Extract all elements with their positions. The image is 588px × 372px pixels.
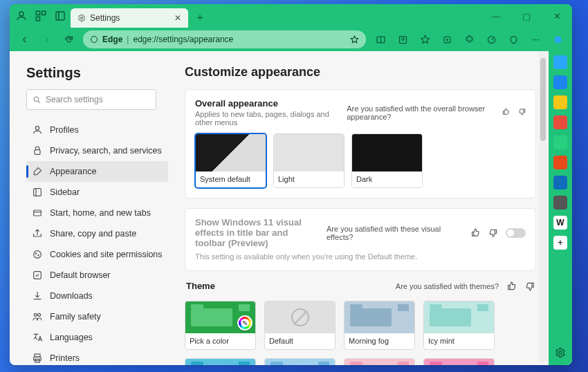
- minimize-button[interactable]: ―: [481, 4, 511, 28]
- thumbs-down-icon[interactable]: [518, 108, 526, 118]
- sidebar-search-icon[interactable]: [553, 75, 567, 89]
- sidebar-outlook-icon[interactable]: [553, 176, 567, 189]
- appearance-option-light[interactable]: Light: [273, 133, 344, 188]
- visual-effects-toggle[interactable]: [506, 228, 526, 238]
- svg-point-33: [34, 313, 37, 316]
- theme-default[interactable]: Default: [264, 301, 336, 350]
- favorite-icon[interactable]: [350, 35, 359, 44]
- color-picker-icon[interactable]: [237, 315, 252, 331]
- close-window-button[interactable]: ✕: [542, 4, 572, 28]
- visual-effects-note: This setting is available only when you'…: [195, 252, 526, 261]
- browser-essentials-icon[interactable]: [503, 30, 524, 49]
- forward-button[interactable]: [36, 30, 57, 49]
- toolbar: Edge | edge://settings/appearance: [10, 28, 572, 51]
- tab-title: Settings: [90, 13, 120, 23]
- theme-morning-fog[interactable]: Morning fog: [344, 301, 415, 350]
- site-identity-icon: [90, 35, 98, 44]
- nav-item-share[interactable]: Share, copy and paste: [26, 223, 168, 244]
- svg-point-21: [34, 97, 39, 102]
- sidebar-bing-chat-icon[interactable]: [553, 55, 567, 69]
- thumbs-down-icon[interactable]: [525, 281, 535, 291]
- new-tab-button[interactable]: ＋: [191, 8, 209, 26]
- svg-point-18: [535, 39, 536, 40]
- nav-label: Appearance: [50, 167, 96, 176]
- sidebar-drop-icon[interactable]: [553, 196, 567, 210]
- close-tab-icon[interactable]: ✕: [174, 13, 181, 23]
- workspaces-icon[interactable]: [35, 10, 47, 22]
- theme-cool-breeze[interactable]: Cool breeze: [264, 358, 336, 365]
- settings-main: Customize appearance Overall appearance …: [178, 51, 549, 365]
- thumbs-up-icon[interactable]: [471, 228, 480, 238]
- maximize-button[interactable]: ▢: [511, 4, 542, 28]
- nav-item-download[interactable]: Downloads: [26, 286, 168, 306]
- nav-item-brush[interactable]: Appearance: [26, 161, 168, 182]
- favorites-icon[interactable]: [414, 30, 435, 49]
- sidebar-games-icon[interactable]: [553, 136, 567, 149]
- nav-item-family[interactable]: Family safety: [26, 306, 168, 327]
- settings-page: Settings Search settings ProfilesPrivacy…: [10, 51, 549, 365]
- copilot-icon[interactable]: [547, 30, 568, 49]
- default-icon: [32, 270, 43, 281]
- nav-item-sidebar[interactable]: Sidebar: [26, 182, 168, 203]
- theme-bubblegum[interactable]: Bubblegum: [423, 358, 495, 365]
- page-title: Customize appearance: [185, 65, 536, 80]
- overall-title: Overall appearance: [195, 98, 340, 109]
- scrollbar[interactable]: [539, 51, 547, 362]
- theme-feedback-q: Are you satisfied with themes?: [396, 282, 499, 290]
- appearance-option-dark[interactable]: Dark: [351, 133, 423, 188]
- sidebar-office-icon[interactable]: [553, 156, 567, 169]
- address-bar[interactable]: Edge | edge://settings/appearance: [83, 30, 366, 48]
- url-label: Edge: [102, 35, 122, 44]
- extensions-icon[interactable]: [459, 30, 479, 49]
- profile-icon[interactable]: [15, 10, 28, 22]
- sidebar-app-w-icon[interactable]: W: [553, 216, 567, 230]
- theme-island-getaway-[interactable]: Island getaway…: [185, 358, 256, 365]
- vertical-tabs-icon[interactable]: [54, 10, 66, 22]
- nav-item-printer[interactable]: Printers: [26, 348, 168, 365]
- performance-icon[interactable]: [481, 30, 502, 49]
- browser-window: Settings ✕ ＋ ― ▢ ✕ Edge | edge://setting…: [10, 4, 572, 365]
- nav-item-default[interactable]: Default browser: [26, 265, 168, 286]
- settings-search[interactable]: Search settings: [26, 89, 156, 110]
- sidebar-settings-icon[interactable]: [553, 346, 567, 360]
- visual-effects-feedback-q: Are you satisfied with these visual effe…: [327, 225, 463, 241]
- more-menu-icon[interactable]: [525, 30, 546, 49]
- svg-line-22: [38, 101, 40, 103]
- collections-icon[interactable]: [437, 30, 457, 49]
- svg-rect-25: [34, 189, 42, 196]
- thumbs-down-icon[interactable]: [488, 228, 497, 238]
- nav-item-lock[interactable]: Privacy, search, and services: [26, 140, 168, 161]
- read-aloud-icon[interactable]: [392, 30, 413, 49]
- sidebar-shopping-icon[interactable]: [553, 95, 567, 109]
- nav-item-cookie[interactable]: Cookies and site permissions: [26, 244, 168, 265]
- tab-icon: [32, 207, 43, 218]
- svg-point-30: [35, 253, 36, 254]
- overall-subtitle: Applies to new tabs, pages, dialogs and …: [195, 110, 340, 127]
- sidebar-add-icon[interactable]: +: [553, 236, 567, 250]
- lang-icon: [32, 332, 43, 343]
- refresh-button[interactable]: [58, 30, 79, 49]
- nav-item-tab[interactable]: Start, home, and new tabs: [26, 203, 168, 223]
- theme-silky-pink[interactable]: Silky pink: [344, 358, 415, 365]
- search-placeholder: Search settings: [46, 95, 103, 104]
- visual-effects-title: Show Windows 11 visual effects in title …: [195, 217, 320, 248]
- settings-sidebar: Settings Search settings ProfilesPrivacy…: [10, 51, 178, 365]
- search-icon: [33, 95, 42, 104]
- tab-settings[interactable]: Settings ✕: [71, 8, 188, 28]
- nav-item-profile[interactable]: Profiles: [26, 120, 168, 140]
- thumbs-up-icon[interactable]: [507, 281, 517, 291]
- thumbs-up-icon[interactable]: [502, 108, 510, 118]
- sidebar-icon: [32, 187, 43, 198]
- split-screen-icon[interactable]: [370, 30, 391, 49]
- svg-rect-1: [36, 11, 39, 15]
- appearance-option-system-default[interactable]: System default: [195, 133, 266, 188]
- nav-label: Default browser: [50, 270, 111, 280]
- theme-icy-mint[interactable]: Icy mint: [423, 301, 495, 350]
- theme-pick-a-color[interactable]: Pick a color: [185, 301, 256, 350]
- sidebar-tools-icon[interactable]: [553, 115, 567, 129]
- back-button[interactable]: [14, 30, 35, 49]
- nav-item-lang[interactable]: Languages: [26, 327, 168, 348]
- visual-effects-card: Show Windows 11 visual effects in title …: [185, 208, 536, 271]
- svg-point-31: [38, 255, 39, 256]
- nav-label: Sidebar: [50, 187, 80, 197]
